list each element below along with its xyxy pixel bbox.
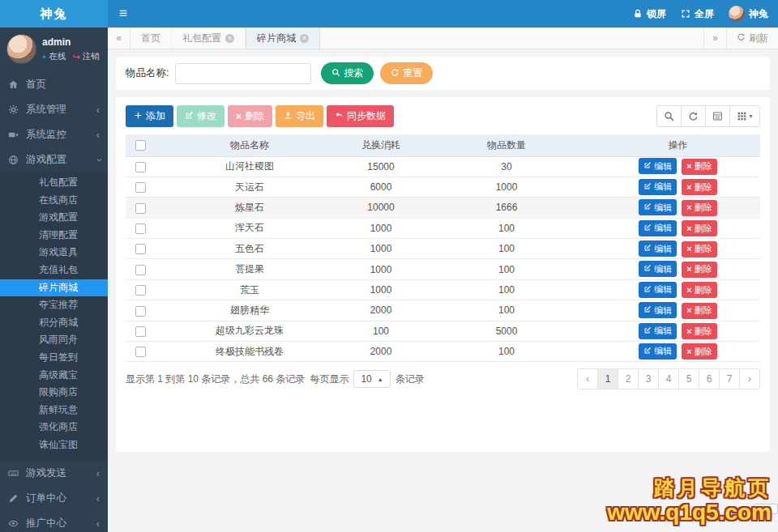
tab-refresh-button[interactable]: 刷新 [726,28,778,49]
delete-button[interactable]: ×删除 [682,262,716,278]
tabs-scroll-left-button[interactable]: « [108,28,130,49]
pagination-page-button[interactable]: 1 [597,368,618,389]
close-icon: × [686,224,691,233]
columns-dropdown-button[interactable]: ▾ [729,105,760,127]
reset-button[interactable]: 重置 [380,62,433,84]
row-checkbox[interactable] [135,347,146,357]
delete-button[interactable]: ×删除 [682,323,716,339]
sidebar-subitem-11[interactable]: 高级藏宝 [0,367,108,385]
row-checkbox[interactable] [135,326,146,337]
sidebar-subitem-2[interactable]: 游戏配置 [0,209,108,227]
pagination-page-button[interactable]: 7 [719,368,740,389]
row-checkbox[interactable] [135,223,146,234]
delete-selected-button[interactable]: × 删除 [228,105,272,127]
table-row: 终极技能书残卷2000100编辑×删除 [126,342,760,362]
delete-button[interactable]: ×删除 [682,220,716,236]
sidebar-subitem-9[interactable]: 风雨同舟 [0,331,108,349]
table-search-button[interactable] [656,105,682,127]
chevron-left-icon: ‹ [96,104,100,115]
sidebar-subitem-13[interactable]: 新鲜玩意 [0,402,108,419]
cell-item-qty: 100 [417,218,596,238]
pagination-page-button[interactable]: 2 [618,368,639,389]
navbar-user[interactable]: 神兔 [729,6,768,22]
table-refresh-button[interactable] [681,105,706,127]
tab-1[interactable]: 礼包配置× [172,28,246,49]
tabs-scroll-right-button[interactable]: » [703,28,726,49]
edit-button[interactable]: 编辑 [639,199,677,215]
row-checkbox[interactable] [135,244,146,254]
pagination-page-button[interactable]: 6 [699,368,720,389]
tab-close-icon[interactable]: × [300,34,309,43]
delete-button[interactable]: ×删除 [682,303,716,319]
row-checkbox[interactable] [135,203,146,214]
add-button[interactable]: 添加 [126,105,173,127]
pagination-bar: 显示第 1 到第 10 条记录，总共 66 条记录 每页显示 10 ▲ 条记录 … [126,368,760,389]
tab-0[interactable]: 首页 [130,28,172,49]
lock-screen-button[interactable]: 锁屏 [633,7,666,21]
pagination-page-button[interactable]: 5 [678,368,699,389]
sidebar-subitem-5[interactable]: 充值礼包 [0,262,108,279]
edit-button[interactable]: 编辑 [639,240,677,257]
sidebar-subitem-0[interactable]: 礼包配置 [0,174,108,192]
select-all-checkbox[interactable] [135,140,146,151]
delete-button[interactable]: ×删除 [682,179,716,195]
row-checkbox[interactable] [135,306,146,317]
delete-button[interactable]: ×删除 [682,200,716,216]
edit-button[interactable]: 编辑 [639,261,677,277]
sidebar-subitem-3[interactable]: 清理配置 [0,227,108,245]
hamburger-icon[interactable]: ≡ [108,6,139,22]
edit-button[interactable]: 编辑 [639,179,677,195]
sidebar-subitem-14[interactable]: 强化商店 [0,419,108,436]
tab-2[interactable]: 碎片商城× [246,28,320,49]
page-size-select[interactable]: 10 ▲ [353,370,390,388]
pagination-page-button[interactable]: 4 [658,368,679,389]
logout-link[interactable]: 注销 [83,51,100,62]
item-name-input[interactable] [175,63,311,84]
row-checkbox[interactable] [135,162,146,172]
edit-button[interactable]: 编辑 [639,323,677,339]
delete-button[interactable]: ×删除 [682,159,716,175]
delete-button[interactable]: ×删除 [682,241,716,257]
edit-button[interactable]: 编辑 [639,282,677,298]
sidebar-subitem-4[interactable]: 游戏道具 [0,244,108,262]
table-panel: 添加 修改 × 删除 导出 同步数据 ▾ [116,97,770,452]
sidebar-subitem-8[interactable]: 积分商城 [0,314,108,332]
sync-data-button[interactable]: 同步数据 [327,105,394,127]
edit-button[interactable]: 编辑 [639,220,677,236]
tab-close-icon[interactable]: × [225,34,234,43]
edit-button[interactable]: 编辑 [639,343,677,360]
sidebar-item-2[interactable]: 系统监控‹ [0,122,108,147]
cell-item-qty: 5000 [417,321,596,341]
search-button[interactable]: 搜索 [321,62,374,84]
card-view-toggle-button[interactable] [705,105,730,127]
fullscreen-button[interactable]: 全屏 [681,7,714,21]
sidebar-subitem-15[interactable]: 诛仙宝图 [0,436,108,454]
sidebar-item-6[interactable]: 推广中心‹ [0,511,108,532]
sidebar-item-4[interactable]: 游戏发送‹ [0,461,108,486]
edit-button[interactable]: 编辑 [639,158,677,174]
sidebar-item-0[interactable]: 首页 [0,72,108,97]
pagination-next-button[interactable]: › [739,368,760,389]
sidebar-subitem-10[interactable]: 每日签到 [0,349,108,367]
pagination-page-button[interactable]: 3 [638,368,659,389]
row-checkbox[interactable] [135,285,146,296]
cell-item-qty: 1000 [417,177,596,197]
pagination-prev-button[interactable]: ‹ [577,368,598,389]
sidebar-subitem-6[interactable]: 碎片商城 [0,279,108,297]
delete-button[interactable]: ×删除 [682,282,716,298]
export-button[interactable]: 导出 [276,105,323,127]
sidebar-item-1[interactable]: 系统管理‹ [0,97,108,122]
sidebar-subitem-1[interactable]: 在线商店 [0,192,108,210]
row-checkbox[interactable] [135,265,146,275]
sidebar-item-3[interactable]: 游戏配置‹ [0,147,108,172]
sidebar-subitem-12[interactable]: 限购商店 [0,384,108,402]
sidebar-item-5[interactable]: 订单中心‹ [0,486,108,511]
sidebar-subitem-7[interactable]: 夺宝推荐 [0,296,108,314]
delete-button[interactable]: ×删除 [682,343,716,360]
modify-button[interactable]: 修改 [177,105,224,127]
row-checkbox[interactable] [135,182,146,193]
edit-button[interactable]: 编辑 [639,302,677,318]
sidebar-menu: 首页系统管理‹系统监控‹游戏配置‹礼包配置在线商店游戏配置清理配置游戏道具充值礼… [0,72,108,532]
cell-exchange-cost: 10000 [344,198,417,218]
user-avatar[interactable] [6,34,36,64]
